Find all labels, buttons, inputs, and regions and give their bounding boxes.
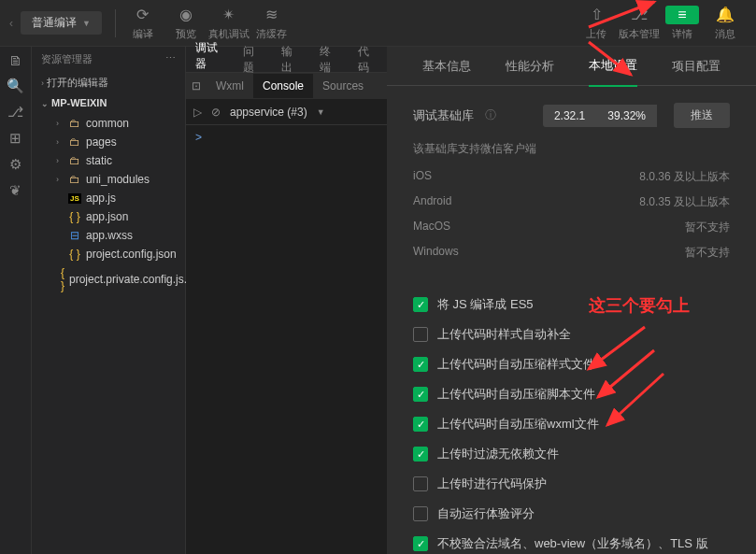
clear-cache-button[interactable]: ≋清缓存 <box>250 6 293 41</box>
panel-tab[interactable]: 问题 <box>234 44 272 76</box>
explorer-title: 资源管理器 <box>41 52 93 66</box>
leaf-icon[interactable]: ❦ <box>9 182 21 199</box>
checkbox-row: 上传时进行代码保护 <box>413 469 730 499</box>
lib-note: 该基础库支持微信客户端 <box>413 141 730 157</box>
file-name: static <box>86 154 112 167</box>
settings-tab[interactable]: 本地设置 <box>589 47 637 87</box>
file-name: pages <box>86 135 117 149</box>
chevron-icon[interactable]: › <box>41 78 44 88</box>
upload-button[interactable]: ⇧上传 <box>575 6 618 41</box>
tree-item[interactable]: ›🗀common <box>32 114 185 133</box>
file-icon: { } <box>61 266 64 292</box>
checkbox[interactable]: ✓ <box>413 417 428 432</box>
debug-button[interactable]: ✴真机调试 <box>207 6 250 41</box>
file-name: common <box>86 117 129 130</box>
push-button[interactable]: 推送 <box>674 103 730 128</box>
tree-item[interactable]: { }app.json <box>32 207 185 226</box>
file-name: app.js <box>86 192 116 205</box>
file-icon: 🗀 <box>68 173 81 186</box>
debug-lib-label: 调试基础库 <box>413 107 474 124</box>
compile-button[interactable]: ⟳编译 <box>121 6 164 41</box>
compile-mode-label: 普通编译 <box>32 15 77 31</box>
files-icon[interactable]: 🗎 <box>8 52 22 68</box>
tab-wxml[interactable]: Wxml <box>207 79 253 92</box>
preview-button[interactable]: ◉预览 <box>164 6 207 41</box>
settings-tab[interactable]: 项目配置 <box>672 47 720 86</box>
tab-console[interactable]: Console <box>253 74 313 98</box>
upload-icon: ⇧ <box>591 6 603 24</box>
checkbox-label: 上传代码时自动压缩脚本文件 <box>437 386 595 403</box>
chevron-icon[interactable]: ⌄ <box>41 99 49 108</box>
file-name: project.config.json <box>86 248 177 261</box>
checkbox-row: 自动运行体验评分 <box>413 499 730 529</box>
panel-tab[interactable]: 代码 <box>349 44 387 76</box>
checkbox-label: 不校验合法域名、web-view（业务域名）、TLS 版 <box>437 535 708 552</box>
console-prompt[interactable]: > <box>195 131 202 144</box>
checkbox[interactable]: ✓ <box>413 447 428 462</box>
version-button[interactable]: ⎇版本管理 <box>618 6 661 41</box>
tree-item[interactable]: { }project.config.json <box>32 245 185 263</box>
tree-item[interactable]: { }project.private.config.js... <box>32 263 185 295</box>
chevron-down-icon: ▼ <box>82 19 91 28</box>
checkbox[interactable] <box>413 327 428 342</box>
eye-icon: ◉ <box>179 6 193 24</box>
refresh-icon: ⟳ <box>136 6 149 24</box>
lib-percent: 39.32% <box>596 105 657 127</box>
tab-sources[interactable]: Sources <box>313 79 373 92</box>
devtools-tabs: ⊡ Wxml Console Sources <box>186 73 387 99</box>
checkbox[interactable]: ✓ <box>413 536 428 551</box>
tree-item[interactable]: JSapp.js <box>32 189 185 207</box>
branch-icon: ⎇ <box>631 6 648 24</box>
checkbox-label: 自动运行体验评分 <box>437 505 535 522</box>
branch-icon[interactable]: ⎇ <box>7 104 23 121</box>
settings-tabs: 基本信息性能分析本地设置项目配置 <box>387 47 756 86</box>
search-icon[interactable]: 🔍 <box>7 78 24 94</box>
checkbox-row: ✓上传时过滤无依赖文件 <box>413 439 730 469</box>
layers-icon: ≋ <box>265 6 278 24</box>
inspect-icon[interactable]: ⊡ <box>186 79 207 92</box>
panel-tab[interactable]: 输出 <box>272 44 310 76</box>
file-name: project.private.config.js... <box>69 273 193 286</box>
checkbox[interactable] <box>413 476 428 491</box>
platform-row: Windows暂不支持 <box>413 240 730 265</box>
tree-item[interactable]: ›🗀uni_modules <box>32 170 185 189</box>
open-editors-label: 打开的编辑器 <box>47 77 108 88</box>
help-icon[interactable]: ⓘ <box>485 107 496 123</box>
console-context[interactable]: appservice (#3) <box>230 106 307 119</box>
arrow-left-icon[interactable]: ‹ <box>9 17 13 30</box>
file-icon: JS <box>68 193 81 204</box>
checkbox[interactable] <box>413 506 428 521</box>
panel-tab[interactable]: 终端 <box>310 44 349 76</box>
rocket-icon[interactable]: ⚙ <box>9 156 21 173</box>
checkbox[interactable]: ✓ <box>413 387 428 402</box>
bell-icon: 🔔 <box>716 6 735 24</box>
settings-tab[interactable]: 基本信息 <box>422 47 471 86</box>
checkbox[interactable]: ✓ <box>413 357 428 372</box>
compile-mode-dropdown[interactable]: 普通编译 ▼ <box>21 11 102 35</box>
lib-version-select[interactable]: 2.32.1 39.32% <box>543 105 657 127</box>
checkbox[interactable]: ✓ <box>413 297 428 312</box>
menu-icon: ≡ <box>665 6 699 24</box>
checkbox-label: 上传时进行代码保护 <box>437 476 547 492</box>
lib-version: 2.32.1 <box>543 105 596 127</box>
project-name: MP-WEIXIN <box>51 97 107 108</box>
play-icon[interactable]: ▷ <box>193 106 202 119</box>
message-button[interactable]: 🔔消息 <box>704 6 747 41</box>
checkbox-label: 上传代码时自动压缩wxml文件 <box>437 416 599 433</box>
chevron-down-icon: ▼ <box>317 107 325 117</box>
checkbox-row: ✓上传代码时自动压缩脚本文件 <box>413 379 730 409</box>
clear-icon[interactable]: ⊘ <box>211 106 221 119</box>
details-button[interactable]: ≡详情 <box>661 6 704 41</box>
checkbox-label: 将 JS 编译成 ES5 <box>437 296 534 313</box>
extensions-icon[interactable]: ⊞ <box>9 130 21 147</box>
platform-row: MacOS暂不支持 <box>413 215 730 240</box>
tree-item[interactable]: ›🗀pages <box>32 133 185 151</box>
more-icon[interactable]: ⋯ <box>165 52 176 66</box>
tree-item[interactable]: ⊟app.wxss <box>32 226 185 245</box>
settings-tab[interactable]: 性能分析 <box>506 47 554 86</box>
platform-row: iOS8.0.36 及以上版本 <box>413 164 730 190</box>
tree-item[interactable]: ›🗀static <box>32 151 185 170</box>
activity-bar: 🗎 🔍 ⎇ ⊞ ⚙ ❦ <box>0 47 32 554</box>
details-panel: 基本信息性能分析本地设置项目配置 调试基础库 ⓘ 2.32.1 39.32% 推… <box>387 47 756 554</box>
checkbox-row: 上传代码时样式自动补全 <box>413 320 730 349</box>
